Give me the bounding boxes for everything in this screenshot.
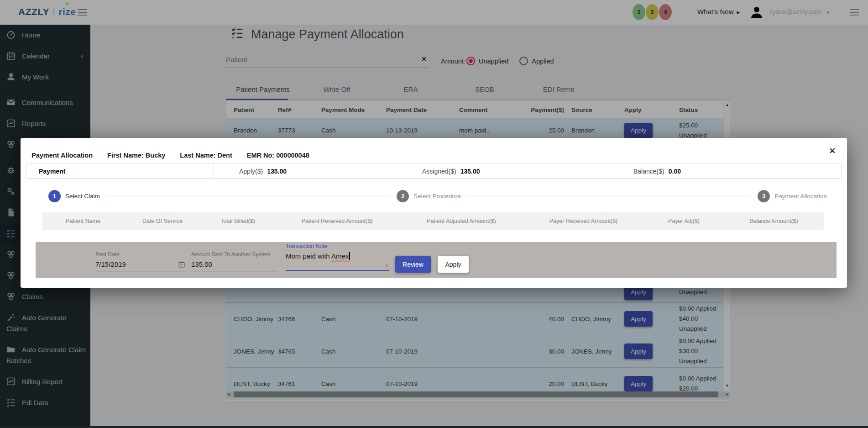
step-label: Payment Allocation — [774, 193, 827, 200]
claim-column-header: Patient Name — [42, 218, 124, 224]
summary-payment-label: Payment — [26, 164, 214, 178]
app-root: AZZLY | rize 124 What's New▶ ryans@azzly… — [0, 0, 868, 428]
step-select-claim[interactable]: 1Select Claim — [48, 190, 100, 202]
step-number: 3 — [758, 190, 770, 202]
payment-summary-bar: Payment Apply($) 135.00 Assigned($) 135.… — [26, 164, 842, 179]
transaction-note-field[interactable]: Transaction Note Mom paid with Amex — [286, 243, 389, 271]
step-label: Select Claim — [65, 193, 100, 200]
step-label: Select Procedure — [413, 193, 461, 200]
patient-field: EMR No: 000000048 — [247, 152, 309, 159]
post-date-value: 7/15/2019 — [95, 260, 126, 268]
claim-column-header: Patient Adjusted Amount($) — [400, 218, 523, 224]
claim-column-header: Payer Adj($) — [644, 218, 724, 224]
transaction-note-value: Mom paid with Amex — [286, 252, 389, 271]
payment-allocation-modal: ✕ Payment Allocation First Name: BuckyLa… — [21, 138, 847, 288]
transaction-note-label: Transaction Note — [286, 243, 389, 249]
patient-field: Last Name: Dent — [180, 152, 232, 159]
claim-column-header: Date Of Service — [124, 218, 201, 224]
summary-assigned: Assigned($) 135.00 — [422, 164, 633, 178]
patient-field: First Name: Bucky — [107, 152, 165, 159]
wizard-stepper: 1Select Claim2Select Procedure3Payment A… — [48, 190, 827, 202]
post-date-field[interactable]: Post Date 7/15/2019 — [95, 251, 185, 271]
stepper-connector — [106, 196, 390, 196]
modal-header: Payment Allocation First Name: BuckyLast… — [31, 152, 324, 159]
post-date-label: Post Date — [95, 251, 185, 258]
calendar-icon[interactable] — [178, 261, 185, 269]
claim-column-header: Total Billed($) — [201, 218, 274, 224]
claim-table-header: Patient NameDate Of ServiceTotal Billed(… — [42, 212, 824, 230]
step-select-procedure[interactable]: 2Select Procedure — [397, 190, 461, 202]
allocation-form: Post Date 7/15/2019 Amount Sent To Anoth… — [36, 242, 837, 278]
textarea-resize-handle[interactable] — [384, 261, 388, 269]
modal-apply-button[interactable]: Apply — [438, 256, 469, 273]
text-cursor — [349, 252, 350, 260]
misspelled-word: Amex — [331, 252, 349, 260]
step-payment-allocation[interactable]: 3Payment Allocation — [758, 190, 827, 202]
summary-balance: Balance($) 0.00 — [633, 164, 841, 178]
claim-column-header: Payer Received Amount($) — [523, 218, 644, 224]
amount-sent-label: Amount Sent To Another System — [191, 251, 277, 258]
step-number: 1 — [48, 190, 61, 202]
review-button[interactable]: Review — [395, 256, 431, 273]
close-icon[interactable]: ✕ — [829, 147, 836, 155]
amount-sent-field[interactable]: Amount Sent To Another System 135.00 — [191, 251, 277, 271]
claim-column-header: Patient Received Amount($) — [274, 218, 400, 224]
summary-apply: Apply($) 135.00 — [214, 164, 422, 178]
claim-column-header: Balance Amount($) — [724, 218, 824, 224]
amount-sent-value: 135.00 — [191, 260, 212, 268]
modal-title: Payment Allocation — [31, 152, 93, 159]
step-number: 2 — [397, 190, 409, 202]
stepper-connector — [467, 196, 751, 196]
